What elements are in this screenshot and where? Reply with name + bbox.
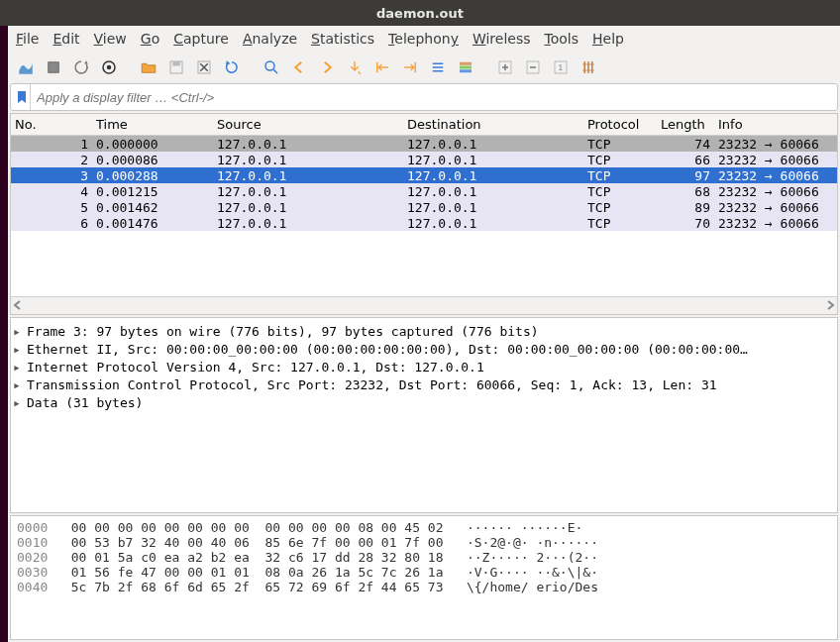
cell-col-time: 0.000086 (92, 153, 213, 167)
cell-col-src: 127.0.0.1 (213, 216, 403, 231)
packet-row[interactable]: 20.000086127.0.0.1127.0.0.1TCP6623232 → … (11, 152, 837, 167)
detail-tree-item[interactable]: ▸Internet Protocol Version 4, Src: 127.0… (13, 358, 835, 375)
cell-col-info: 23232 → 60066 (714, 184, 837, 199)
cell-col-info: 23232 → 60066 (714, 137, 837, 152)
goto-first-icon[interactable] (370, 55, 394, 79)
packet-row[interactable]: 60.001476127.0.0.1127.0.0.1TCP7023232 → … (11, 215, 837, 231)
hex-line[interactable]: 0010 00 53 b7 32 40 00 40 06 85 6e 7f 00… (17, 535, 831, 550)
cell-col-proto: TCP (583, 153, 657, 167)
tree-expand-icon[interactable]: ▸ (13, 377, 27, 392)
cell-col-proto: TCP (583, 168, 657, 183)
svg-point-6 (265, 61, 274, 70)
autoscroll-icon[interactable] (426, 55, 450, 79)
cell-col-dst: 127.0.0.1 (403, 168, 583, 183)
packet-bytes-pane: 0000 00 00 00 00 00 00 00 00 00 00 00 00… (10, 515, 838, 640)
detail-tree-item[interactable]: ▸Ethernet II, Src: 00:00:00_00:00:00 (00… (13, 340, 835, 358)
hex-bytes: 01 56 fe 47 00 00 01 01 08 0a 26 1a 5c 7… (48, 565, 467, 580)
cell-col-src: 127.0.0.1 (213, 200, 403, 215)
stop-capture-icon[interactable] (42, 55, 65, 79)
packet-row[interactable]: 50.001462127.0.0.1127.0.0.1TCP8923232 → … (11, 199, 837, 215)
hex-line[interactable]: 0000 00 00 00 00 00 00 00 00 00 00 00 00… (17, 520, 831, 535)
hex-ascii: ··Z····· 2···(2·· (467, 550, 598, 565)
packet-row[interactable]: 30.000288127.0.0.1127.0.0.1TCP9723232 → … (11, 167, 837, 183)
hex-offset: 0040 (17, 580, 48, 594)
cell-col-proto: TCP (583, 184, 657, 199)
svg-rect-4 (172, 61, 180, 66)
detail-text: Ethernet II, Src: 00:00:00_00:00:00 (00:… (27, 342, 748, 357)
cell-col-src: 127.0.0.1 (213, 184, 403, 199)
detail-tree-item[interactable]: ▸Transmission Control Protocol, Src Port… (13, 375, 835, 393)
zoom-reset-icon[interactable]: 1 (549, 55, 573, 79)
svg-text:1: 1 (559, 63, 564, 72)
save-icon[interactable] (164, 55, 188, 79)
col-time[interactable]: Time (92, 117, 213, 132)
cell-col-len: 68 (657, 184, 714, 199)
tree-expand-icon[interactable]: ▸ (13, 395, 27, 410)
tree-expand-icon[interactable]: ▸ (13, 360, 27, 374)
detail-tree-item[interactable]: ▸Data (31 bytes) (13, 393, 835, 411)
display-filter-input[interactable] (31, 90, 837, 105)
menu-capture[interactable]: Capture (173, 31, 229, 47)
col-source[interactable]: Source (213, 117, 403, 132)
col-info[interactable]: Info (714, 117, 837, 132)
menu-view[interactable]: View (94, 31, 127, 47)
find-icon[interactable] (260, 55, 283, 79)
hex-line[interactable]: 0040 5c 7b 2f 68 6f 6d 65 2f 65 72 69 6f… (17, 580, 831, 594)
menu-telephony[interactable]: Telephony (388, 31, 459, 47)
goto-last-icon[interactable] (398, 55, 422, 79)
hex-line[interactable]: 0020 00 01 5a c0 ea a2 b2 ea 32 c6 17 dd… (17, 550, 831, 565)
hex-offset: 0030 (17, 565, 48, 580)
packet-row[interactable]: 10.000000127.0.0.1127.0.0.1TCP7423232 → … (11, 136, 837, 152)
svg-point-2 (107, 65, 112, 70)
filter-bookmark-icon[interactable] (13, 84, 31, 110)
resize-columns-icon[interactable] (577, 55, 600, 79)
cell-col-time: 0.000000 (92, 137, 213, 152)
reload-icon[interactable] (220, 55, 244, 79)
menu-go[interactable]: Go (141, 31, 159, 47)
detail-text: Internet Protocol Version 4, Src: 127.0.… (27, 360, 484, 374)
options-icon[interactable] (97, 55, 121, 79)
menu-edit[interactable]: Edit (52, 31, 79, 47)
goto-packet-icon[interactable] (343, 55, 367, 79)
close-icon[interactable] (192, 55, 216, 79)
cell-col-info: 23232 → 60066 (714, 200, 837, 215)
prev-icon[interactable] (287, 55, 311, 79)
cell-col-dst: 127.0.0.1 (403, 137, 583, 152)
zoom-in-icon[interactable] (493, 55, 517, 79)
menu-analyze[interactable]: Analyze (243, 31, 297, 47)
col-dest[interactable]: Destination (403, 117, 583, 132)
cell-col-len: 89 (657, 200, 714, 215)
col-no[interactable]: No. (11, 117, 92, 132)
packet-list-pane: No. Time Source Destination Protocol Len… (10, 113, 838, 315)
next-icon[interactable] (315, 55, 339, 79)
packet-list-scrollbar[interactable] (11, 296, 837, 314)
cell-col-dst: 127.0.0.1 (403, 153, 583, 167)
hex-offset: 0000 (17, 520, 48, 535)
cell-col-time: 0.000288 (92, 168, 213, 183)
menu-tools[interactable]: Tools (545, 31, 579, 47)
detail-tree-item[interactable]: ▸Frame 3: 97 bytes on wire (776 bits), 9… (13, 322, 835, 340)
colorize-icon[interactable] (454, 55, 477, 79)
cell-col-info: 23232 → 60066 (714, 153, 837, 167)
col-length[interactable]: Length (657, 117, 714, 132)
col-proto[interactable]: Protocol (583, 117, 657, 132)
menu-file[interactable]: File (16, 31, 39, 47)
menu-help[interactable]: Help (592, 31, 624, 47)
hex-bytes: 00 01 5a c0 ea a2 b2 ea 32 c6 17 dd 28 3… (48, 550, 467, 565)
open-icon[interactable] (137, 55, 160, 79)
svg-rect-8 (460, 66, 472, 69)
start-capture-icon[interactable] (14, 55, 38, 79)
svg-rect-7 (460, 62, 472, 65)
menu-wireless[interactable]: Wireless (472, 31, 531, 47)
svg-rect-9 (460, 69, 472, 72)
tree-expand-icon[interactable]: ▸ (13, 342, 27, 357)
cell-col-no: 1 (11, 137, 92, 152)
zoom-out-icon[interactable] (521, 55, 545, 79)
packet-row[interactable]: 40.001215127.0.0.1127.0.0.1TCP6823232 → … (11, 183, 837, 199)
menu-statistics[interactable]: Statistics (311, 31, 374, 47)
restart-capture-icon[interactable] (69, 55, 93, 79)
cell-col-src: 127.0.0.1 (213, 137, 403, 152)
hex-line[interactable]: 0030 01 56 fe 47 00 00 01 01 08 0a 26 1a… (17, 565, 831, 580)
cell-col-no: 2 (11, 153, 92, 167)
tree-expand-icon[interactable]: ▸ (13, 324, 27, 339)
